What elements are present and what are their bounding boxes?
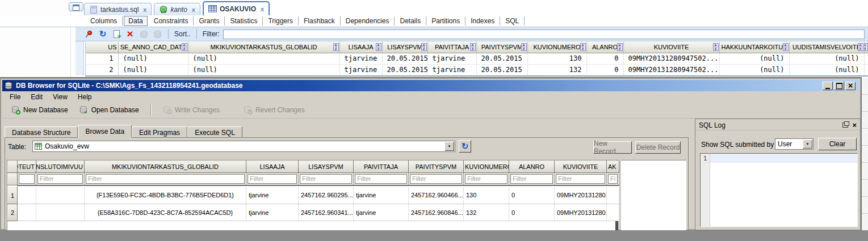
column-header-lisayspvm[interactable]: LISAYSPVM: [382, 42, 427, 53]
sort-az-icon[interactable]: [376, 43, 381, 51]
filter-input[interactable]: [556, 174, 605, 184]
new-record-button[interactable]: New Record: [593, 141, 632, 154]
sort-az-icon[interactable]: [783, 43, 789, 51]
subtab-dependencies[interactable]: Dependencies: [341, 16, 395, 26]
tab-kanto[interactable]: SQL kanto x: [154, 3, 200, 15]
pin-icon[interactable]: [84, 29, 94, 39]
column-header-oteut[interactable]: OTEUT: [18, 161, 36, 173]
column-header-kuvionumero[interactable]: KUVIONUMERO: [464, 161, 509, 173]
cell[interactable]: 0: [509, 187, 555, 204]
tab-execute-sql[interactable]: Execute SQL: [187, 126, 242, 138]
cell[interactable]: 0: [586, 53, 623, 64]
cell[interactable]: tjarvine: [427, 53, 476, 64]
sort-button[interactable]: Sort..: [174, 30, 191, 38]
maximize-button[interactable]: [834, 82, 844, 90]
clear-button[interactable]: Clear: [818, 138, 857, 150]
column-header-lisaaja[interactable]: LISAAJA: [339, 42, 382, 53]
subtab-details[interactable]: Details: [395, 16, 426, 26]
cell[interactable]: (null): [188, 53, 339, 64]
row-number[interactable]: 2: [86, 64, 118, 75]
row-number[interactable]: 1: [86, 53, 118, 64]
column-header-mkikuviontarkastus-globalid[interactable]: MKIKUVIONTARKASTUS_GLOBALID: [85, 161, 246, 173]
refresh-table-button[interactable]: [459, 140, 471, 153]
cell[interactable]: {F13E59E0-FC3C-4BDB-B3BC-776B5FDED6D1}: [85, 187, 246, 204]
table-selector-combobox[interactable]: Osakuvio_evw: [32, 141, 455, 152]
close-button[interactable]: [845, 82, 856, 90]
submitted-by-dropdown[interactable]: User: [775, 138, 814, 150]
menu-view[interactable]: View: [48, 92, 73, 102]
subtab-data[interactable]: Data: [124, 16, 147, 26]
float-panel-icon[interactable]: [842, 122, 848, 128]
menu-file[interactable]: File: [5, 92, 26, 102]
filter-input[interactable]: [248, 174, 297, 184]
new-database-button[interactable]: New Database: [7, 104, 73, 116]
cell[interactable]: [36, 187, 85, 204]
filter-input[interactable]: [355, 174, 407, 184]
cell[interactable]: 20.05.2015: [476, 64, 527, 75]
column-header-paivittaja[interactable]: PAIVITTAJA: [354, 161, 409, 173]
row-number[interactable]: 1: [8, 187, 18, 204]
chevron-down-icon[interactable]: [445, 142, 454, 151]
cell[interactable]: 132: [464, 204, 509, 221]
sort-az-icon[interactable]: [182, 43, 187, 51]
row-number[interactable]: 2: [8, 204, 18, 221]
tab-database-structure[interactable]: Database Structure: [5, 126, 78, 138]
cell[interactable]: tjarvine: [246, 204, 299, 221]
cell[interactable]: 130: [464, 187, 509, 204]
cell[interactable]: 09MHY20131280...: [555, 204, 607, 221]
cell[interactable]: [607, 204, 619, 221]
column-header-kuvionumero[interactable]: KUVIONUMERO: [527, 42, 586, 53]
cell[interactable]: 0: [509, 204, 555, 221]
minimize-button[interactable]: [823, 82, 833, 90]
sort-az-icon[interactable]: [713, 43, 719, 51]
tab-edit-pragmas[interactable]: Edit Pragmas: [132, 126, 187, 138]
cell[interactable]: 20.05.2015: [476, 53, 527, 64]
filter-input[interactable]: [300, 174, 352, 184]
menu-edit[interactable]: Edit: [26, 92, 48, 102]
filter-input[interactable]: [223, 29, 865, 39]
close-tab-icon[interactable]: x: [143, 6, 146, 13]
filter-input[interactable]: [510, 174, 553, 184]
column-header-lisayspvm[interactable]: LISAYSPVM: [299, 161, 354, 173]
panel-collapse-button[interactable]: [69, 2, 83, 11]
cell[interactable]: tjarvine: [354, 204, 409, 221]
menu-help[interactable]: Help: [73, 92, 97, 102]
chevron-down-icon[interactable]: [803, 139, 812, 149]
cell[interactable]: tjarvine: [354, 187, 409, 204]
cell[interactable]: (null): [719, 53, 789, 64]
cell[interactable]: {E58A316C-7D8D-423C-8C7A-852594ACAC5D}: [85, 204, 246, 221]
column-header-sienslutoimivuu[interactable]: ESIENSLUTOIMIVUU: [36, 161, 85, 173]
cell[interactable]: 130: [527, 53, 586, 64]
column-header-kuvioviite[interactable]: KUVIOVIITE: [555, 161, 607, 173]
cell[interactable]: (null): [719, 64, 789, 75]
cell[interactable]: 20.05.2015: [382, 53, 427, 64]
column-header-alanro[interactable]: ALANRO: [509, 161, 555, 173]
sort-az-icon[interactable]: [421, 43, 427, 51]
column-header-us[interactable]: US: [86, 42, 118, 53]
sql-log-titlebar[interactable]: SQL Log: [695, 120, 860, 130]
refresh-icon[interactable]: [98, 29, 108, 39]
cell[interactable]: [607, 187, 619, 204]
cell[interactable]: tjarvine: [246, 187, 299, 204]
tab-tarkastus-sql[interactable]: tarkastus.sql x: [84, 3, 152, 15]
filter-input[interactable]: [410, 174, 462, 184]
sort-az-icon[interactable]: [617, 43, 623, 51]
cell[interactable]: 132: [527, 64, 586, 75]
cell[interactable]: 2457162.960466...: [409, 187, 464, 204]
column-header-kuvioviite[interactable]: KUVIOVIITE: [623, 42, 719, 53]
sql-log-editor[interactable]: 1: [700, 153, 858, 227]
subtab-flashback[interactable]: Flashback: [299, 16, 341, 26]
filter-input[interactable]: [608, 174, 618, 184]
column-header-hakkuuntarkoitus[interactable]: HAKKUUNTARKOITUS: [719, 42, 789, 53]
close-tab-icon[interactable]: x: [192, 6, 195, 13]
delete-row-icon[interactable]: [125, 29, 135, 39]
subtab-columns[interactable]: Columns: [85, 16, 123, 26]
cell[interactable]: 2457162.960295...: [299, 187, 354, 204]
sort-az-icon[interactable]: [333, 43, 339, 51]
cell[interactable]: (null): [789, 64, 864, 75]
window-titlebar[interactable]: DB Browser for SQLite - C:\SMK\Ags_Fs_14…: [2, 80, 859, 91]
cell[interactable]: 09MHY20131280947502...: [623, 53, 719, 64]
filter-input[interactable]: [86, 174, 245, 184]
subtab-triggers[interactable]: Triggers: [263, 16, 299, 26]
filter-input[interactable]: [37, 174, 83, 184]
